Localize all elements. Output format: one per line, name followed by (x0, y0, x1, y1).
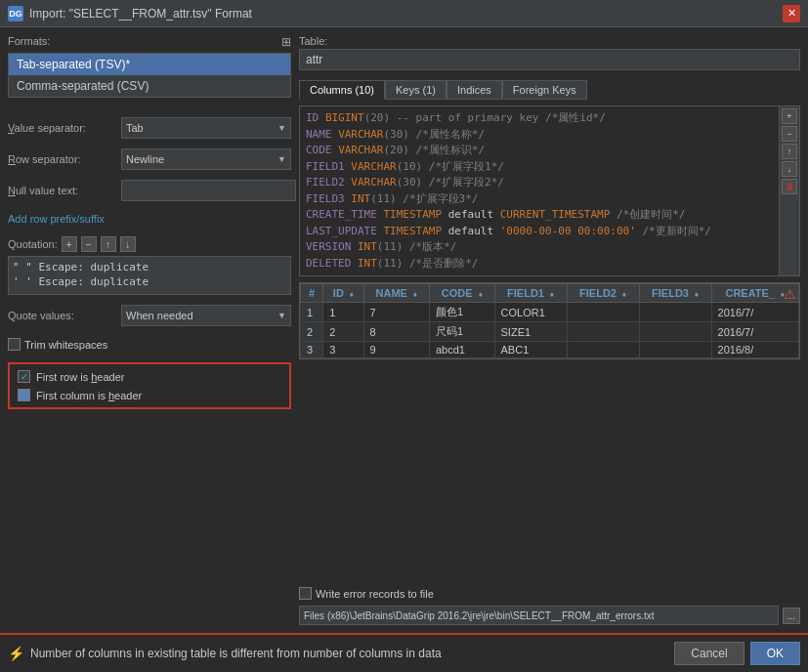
dialog-title: Import: "SELECT__FROM_attr.tsv" Format (29, 7, 252, 21)
header-checkboxes-section: First row is header First column is head… (8, 362, 291, 409)
col-header-name[interactable]: NAME ⬧ (363, 284, 429, 303)
cancel-button[interactable]: Cancel (674, 642, 744, 665)
table-row: 1 1 7 颜色1 COLOR1 2016/7/ (301, 303, 799, 322)
col-header-id[interactable]: ID ⬧ (323, 284, 363, 303)
first-col-header-label: First column is header (36, 390, 142, 401)
quote-values-row: Quote values: When needed ▼ (8, 305, 291, 326)
chevron-down-icon: ▼ (277, 123, 286, 133)
value-separator-label: Value separator: (8, 122, 115, 134)
trim-whitespaces-label: Trim whitespaces (24, 339, 107, 351)
chevron-down-icon: ▼ (277, 311, 286, 320)
app-icon: DG (8, 6, 23, 21)
row-separator-row: Row separator: Newline ▼ (8, 148, 291, 170)
move-up-button[interactable]: ↑ (782, 144, 797, 159)
first-row-header-row: First row is header (18, 370, 281, 383)
chevron-down-icon: ▼ (277, 154, 286, 164)
value-separator-row: Value separator: Tab ▼ (8, 117, 291, 139)
sql-line-1: ID BIGINT(20) -- part of primary key /*属… (306, 110, 773, 127)
sql-line-4: FIELD1 VARCHAR(10) /*扩展字段1*/ (306, 159, 773, 176)
delete-column-button[interactable]: 🗑 (782, 179, 797, 194)
trim-whitespaces-row: Trim whitespaces (8, 338, 291, 351)
value-separator-select[interactable]: Tab ▼ (121, 117, 291, 139)
title-bar: DG Import: "SELECT__FROM_attr.tsv" Forma… (0, 0, 808, 27)
add-column-button[interactable]: + (782, 108, 797, 124)
sql-line-2: NAME VARCHAR(30) /*属性名称*/ (306, 127, 773, 144)
formats-list: Tab-separated (TSV)* Comma-separated (CS… (8, 53, 291, 98)
col-header-code[interactable]: CODE ⬧ (429, 284, 494, 303)
trim-whitespaces-checkbox[interactable] (8, 338, 21, 351)
ok-button[interactable]: OK (750, 642, 800, 665)
data-wrapper: # ID ⬧ NAME ⬧ CODE ⬧ FIELD1 ⬧ FIELD2 ⬧ F… (299, 282, 800, 577)
down-quotation-button[interactable]: ↓ (120, 236, 136, 252)
col-header-field3[interactable]: FIELD3 ⬧ (639, 284, 711, 303)
table-name: attr (299, 49, 800, 70)
tabs-row: Columns (10) Keys (1) Indices Foreign Ke… (299, 80, 800, 100)
error-file-input[interactable] (299, 606, 779, 625)
sql-line-10: DELETED INT(11) /*是否删除*/ (306, 256, 773, 273)
formats-icon: ⊞ (281, 35, 291, 49)
error-message-text: Number of columns in existing table is d… (30, 647, 442, 660)
quotation-row-2: ' ' Escape: duplicate (13, 275, 286, 288)
write-error-checkbox-wrapper: Write error records to file (299, 587, 434, 600)
col-header-num: # (301, 284, 323, 303)
move-down-button[interactable]: ↓ (782, 161, 797, 177)
null-value-label: Null value text: (8, 185, 115, 196)
remove-quotation-button[interactable]: − (81, 236, 97, 252)
sql-area: ID BIGINT(20) -- part of primary key /*属… (299, 105, 780, 276)
format-item-csv[interactable]: Comma-separated (CSV) (9, 75, 290, 97)
table-label: Table: (299, 35, 800, 47)
sql-line-5: FIELD2 VARCHAR(30) /*扩展字段2*/ (306, 175, 773, 191)
first-row-header-label: First row is header (36, 371, 125, 383)
bottom-bar: ⚡ Number of columns in existing table is… (0, 633, 808, 672)
sql-line-6: FIELD3 INT(11) /*扩展字段3*/ (306, 191, 773, 208)
left-panel: Formats: ⊞ Tab-separated (TSV)* Comma-se… (8, 35, 291, 625)
col-header-field2[interactable]: FIELD2 ⬧ (567, 284, 639, 303)
right-panel: Table: attr Columns (10) Keys (1) Indice… (299, 35, 800, 625)
quotation-label: Quotation: (8, 238, 58, 250)
quotation-section: Quotation: + − ↑ ↓ " " Escape: duplicate… (8, 236, 291, 295)
sql-panel: ID BIGINT(20) -- part of primary key /*属… (299, 105, 800, 276)
table-row: 2 2 8 尺码1 SIZE1 2016/7/ (301, 322, 799, 342)
close-button[interactable]: ✕ (783, 5, 800, 22)
sql-line-8: LAST_UPDATE TIMESTAMP default '0000-00-0… (306, 224, 773, 240)
formats-label: Formats: (8, 35, 50, 47)
table-row: 3 3 9 abcd1 ABC1 2016/8/ (301, 342, 799, 358)
row-separator-label: Row separator: (8, 153, 115, 165)
error-message: ⚡ Number of columns in existing table is… (8, 646, 666, 661)
null-value-input[interactable] (121, 180, 296, 201)
row-separator-select[interactable]: Newline ▼ (121, 148, 291, 170)
first-row-header-checkbox[interactable] (18, 370, 30, 383)
write-error-row: Write error records to file (299, 587, 800, 600)
quotation-row-1: " " Escape: duplicate (13, 261, 286, 273)
sql-line-3: CODE VARCHAR(20) /*属性标识*/ (306, 143, 773, 159)
lightning-icon: ⚡ (8, 646, 24, 661)
error-file-row: ... (299, 606, 800, 625)
browse-button[interactable]: ... (783, 608, 800, 624)
col-header-field1[interactable]: FIELD1 ⬧ (494, 284, 567, 303)
data-table: # ID ⬧ NAME ⬧ CODE ⬧ FIELD1 ⬧ FIELD2 ⬧ F… (300, 283, 799, 358)
main-content: Formats: ⊞ Tab-separated (TSV)* Comma-se… (0, 27, 808, 633)
add-quotation-button[interactable]: + (62, 236, 77, 252)
bottom-buttons: Cancel OK (674, 642, 800, 665)
format-item-tsv[interactable]: Tab-separated (TSV)* (9, 54, 290, 75)
up-quotation-button[interactable]: ↑ (101, 236, 116, 252)
quotation-rows: " " Escape: duplicate ' ' Escape: duplic… (8, 256, 291, 295)
remove-column-button[interactable]: − (782, 126, 797, 142)
first-col-header-row: First column is header (18, 389, 281, 401)
data-table-area[interactable]: # ID ⬧ NAME ⬧ CODE ⬧ FIELD1 ⬧ FIELD2 ⬧ F… (299, 282, 800, 359)
first-col-header-checkbox[interactable] (18, 389, 30, 401)
formats-section: Formats: ⊞ Tab-separated (TSV)* Comma-se… (8, 35, 291, 98)
quote-values-label: Quote values: (8, 310, 115, 321)
quote-values-select[interactable]: When needed ▼ (121, 305, 291, 326)
tab-columns[interactable]: Columns (10) (299, 80, 385, 100)
sql-line-7: CREATE_TIME TIMESTAMP default CURRENT_TI… (306, 207, 773, 224)
write-error-label: Write error records to file (316, 588, 434, 600)
sql-side-buttons: + − ↑ ↓ 🗑 (780, 105, 800, 276)
warning-icon: ⚠ (784, 286, 796, 302)
write-error-checkbox[interactable] (299, 587, 312, 600)
tab-indices[interactable]: Indices (447, 80, 502, 100)
tab-foreign-keys[interactable]: Foreign Keys (502, 80, 587, 100)
table-section: Table: attr (299, 35, 800, 74)
tab-keys[interactable]: Keys (1) (385, 80, 447, 100)
add-prefix-link[interactable]: Add row prefix/suffix (8, 213, 291, 225)
